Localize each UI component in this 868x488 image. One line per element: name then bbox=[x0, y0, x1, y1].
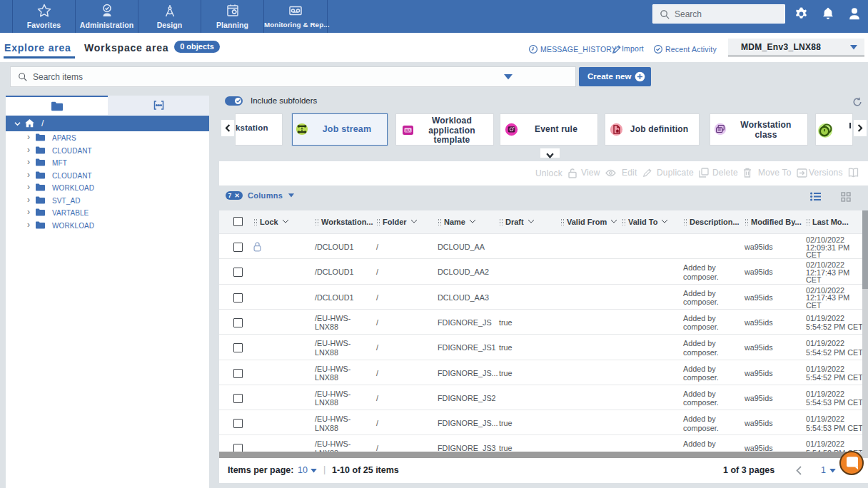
svg-text:WA: WA bbox=[405, 128, 410, 133]
